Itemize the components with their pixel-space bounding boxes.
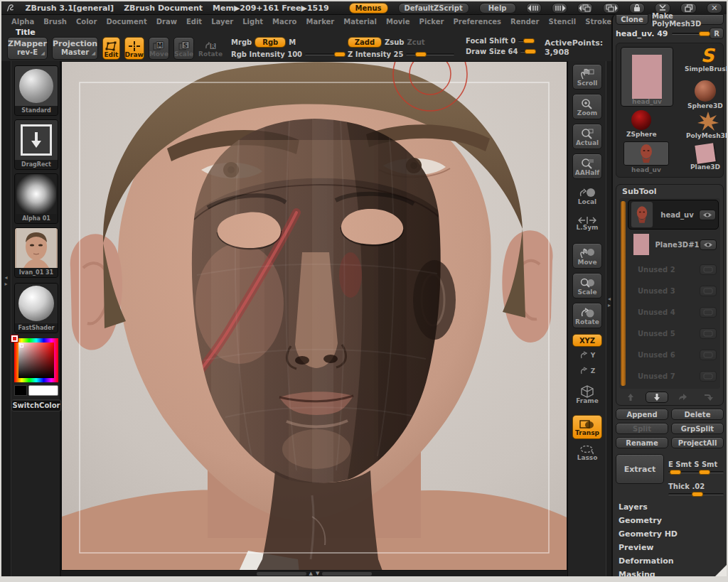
tool-item-plane3d[interactable]: Plane3D [690,144,720,171]
current-material-well[interactable]: FastShader [14,283,58,333]
tool-item-polymesh3d[interactable]: PolyMesh3D [686,112,727,139]
subtool-item-unused[interactable]: Unused 5 [628,323,719,343]
smt-sliders[interactable] [668,471,724,473]
make-polymesh3d-button[interactable]: Make PolyMesh3D [651,14,724,25]
extract-button[interactable]: Extract [616,454,664,484]
right-tray-divider[interactable]: ◂▸ [606,61,611,576]
projection-master-button[interactable]: ProjectionMaster ◢ [52,37,98,60]
palette-section-header[interactable]: Layers [619,502,724,512]
rotate-3d-button[interactable]: Rotate [572,303,602,328]
lasso-button[interactable]: Lasso [577,445,598,461]
palette-section-header[interactable]: Geometry HD [619,529,724,539]
current-alpha-well[interactable]: Alpha 01 [14,173,58,224]
rotate-mode-button[interactable]: R Rotate [198,37,223,60]
projectall-button[interactable]: ProjectAll [671,437,724,448]
menu-item[interactable]: Stroke [585,18,611,26]
palette-section-header[interactable]: Preview [619,543,724,552]
focal-shift-slider[interactable] [518,40,530,42]
aahalf-button[interactable]: AAHalf [572,153,602,179]
saturation-value-square[interactable] [18,343,54,378]
r-button[interactable]: R [710,28,724,39]
menu-item[interactable]: Marker [306,18,335,26]
append-button[interactable]: Append [616,409,668,420]
actual-size-button[interactable]: Actual [572,124,602,149]
transp-button[interactable]: Transp [572,415,602,439]
draw-mode-button[interactable]: Draw [124,37,144,60]
tool-item-sphere3d[interactable]: Sphere3D [687,80,723,109]
menu-item[interactable]: Draw [156,18,177,26]
visibility-eye-icon[interactable] [700,286,717,296]
active-tool-thumbnail[interactable]: head_uv [621,47,673,107]
subtool-copy-button[interactable] [672,392,695,403]
tray-collapse-left-icon[interactable] [526,3,542,14]
zmapper-button[interactable]: ZMapperrev-E ◢ [7,37,48,60]
color-picker[interactable] [14,338,58,382]
current-brush-well[interactable]: Standard [14,65,58,116]
tool-item-head-uv[interactable]: head_uv [623,141,669,173]
rgb-button[interactable]: Rgb [255,37,286,48]
menu-item[interactable]: Light [242,18,263,26]
subtool-item-unused[interactable]: Unused 4 [628,302,719,322]
menu-item[interactable]: Movie [386,18,410,26]
edit-mode-button[interactable]: Edit [102,37,119,60]
subtool-move-up-button[interactable] [619,392,642,403]
bottom-tray-divider[interactable]: ▲ ▼ [61,571,567,576]
default-zscript-button[interactable]: DefaultZScript [398,3,469,14]
menu-item[interactable]: Picker [419,18,444,26]
rename-button[interactable]: Rename [616,437,668,448]
tool-slider[interactable] [672,33,706,35]
grpsplit-button[interactable]: GrpSplit [671,423,724,434]
frame-button[interactable]: Frame [576,385,599,404]
subtool-move-down-button[interactable] [646,392,668,403]
thick-slider[interactable] [668,493,724,495]
divider-up-icon[interactable]: ▲ [309,571,313,576]
scale-mode-button[interactable]: S Scale [173,37,194,60]
visibility-eye-icon[interactable] [699,210,716,220]
next-document-icon[interactable] [603,3,619,14]
document-canvas[interactable] [61,61,567,571]
move-3d-button[interactable]: Move [572,243,602,269]
delete-button[interactable]: Delete [671,409,724,420]
rotate-y-button[interactable]: Y [579,351,596,360]
zoom-button[interactable]: Zoom [572,94,602,119]
palette-section-header[interactable]: Deformation [619,556,724,566]
mrgb-button[interactable]: Mrgb [231,38,252,46]
menu-item[interactable]: Color [76,18,97,26]
subtool-item-unused[interactable]: Unused 7 [628,366,719,386]
zadd-button[interactable]: Zadd [348,37,382,48]
local-button[interactable]: Local [578,188,596,205]
subtool-item-unused[interactable]: Unused 3 [628,281,719,301]
left-tray-divider[interactable]: ◂▸ [1,61,11,576]
split-button[interactable]: Split [616,423,668,434]
current-stroke-well[interactable]: DragRect [14,119,58,170]
prev-document-icon[interactable] [577,3,593,14]
visibility-eye-icon[interactable] [700,328,717,339]
clone-button[interactable]: Clone [616,14,648,25]
scale-3d-button[interactable]: Scale [572,273,602,298]
visibility-eye-icon[interactable] [700,371,717,382]
panel-resize-corner[interactable] [715,565,727,576]
menu-item[interactable]: Brush [43,18,67,26]
secondary-color-swatch[interactable] [14,385,27,396]
z-intensity-slider[interactable] [406,53,454,55]
menu-item[interactable]: Layer [211,18,233,26]
menu-item[interactable]: Preferences [453,18,501,26]
visibility-eye-icon[interactable] [700,350,717,360]
lock-icon[interactable] [629,3,645,14]
menu-item[interactable]: Render [510,18,539,26]
subtool-item-unused[interactable]: Unused 6 [628,345,719,365]
menu-item[interactable]: Document [106,18,146,26]
subtool-item-unused[interactable]: Unused 2 [628,259,719,279]
menu-item[interactable]: Material [343,18,377,26]
tool-item-simplebrush[interactable]: S SimpleBrush [685,46,727,72]
subtool-header[interactable]: SubTool [619,186,720,198]
subtool-item-plane3d1[interactable]: Plane3D#1 [628,231,719,258]
current-texture-well[interactable]: Ivan_01 31 [14,227,58,278]
rgb-intensity-slider[interactable] [305,53,338,55]
draw-size-slider[interactable] [520,50,530,53]
tool-item-zsphere[interactable]: ZSphere [626,110,657,138]
palette-section-header[interactable]: Masking [619,570,724,576]
scroll-button[interactable]: Scroll [572,64,602,90]
subtool-scrollbar[interactable] [621,201,626,386]
visibility-eye-icon[interactable] [700,307,717,318]
